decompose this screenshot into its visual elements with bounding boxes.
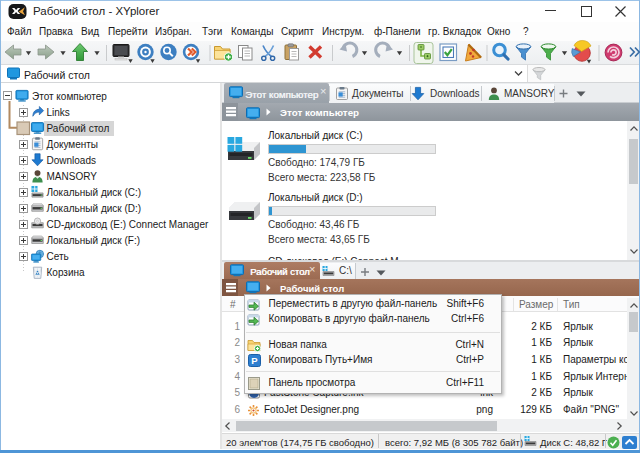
svg-text:P: P xyxy=(251,355,258,366)
